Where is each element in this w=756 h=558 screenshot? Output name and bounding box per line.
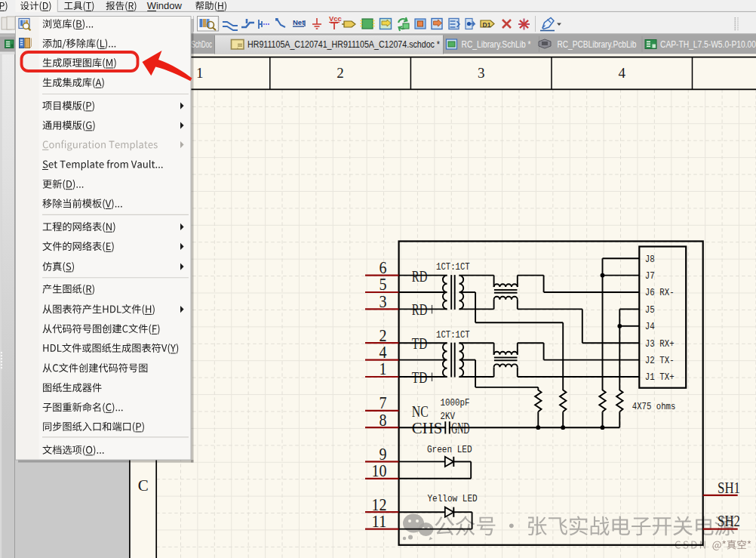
svg-text:5: 5 xyxy=(380,275,387,294)
svg-text:Window: Window xyxy=(147,0,183,11)
svg-text:12: 12 xyxy=(372,495,387,514)
svg-text:Net: Net xyxy=(293,18,305,26)
svg-text:1000pF: 1000pF xyxy=(441,398,470,408)
svg-text:J4: J4 xyxy=(645,322,655,332)
svg-text:D1: D1 xyxy=(483,21,491,29)
svg-text:C: C xyxy=(138,476,149,495)
svg-text:2KV: 2KV xyxy=(441,412,456,422)
svg-text:3: 3 xyxy=(478,65,485,81)
svg-text:J1 TX+: J1 TX+ xyxy=(645,372,675,383)
svg-text:J3 RX+: J3 RX+ xyxy=(645,339,675,350)
svg-text:J5: J5 xyxy=(645,305,655,316)
svg-text:1CT:1CT: 1CT:1CT xyxy=(436,330,470,341)
svg-text:RC_PCBLibrary.PcbLib: RC_PCBLibrary.PcbLib xyxy=(558,39,637,50)
svg-text:9: 9 xyxy=(380,445,387,464)
svg-text:11: 11 xyxy=(372,512,387,531)
svg-text:J7: J7 xyxy=(645,271,655,282)
svg-text:NC: NC xyxy=(412,402,429,421)
svg-text:1CT:1CT: 1CT:1CT xyxy=(436,262,470,273)
svg-text:J2 TX-: J2 TX- xyxy=(645,356,675,366)
svg-text:J6 RX-: J6 RX- xyxy=(645,288,675,298)
svg-text:1: 1 xyxy=(380,359,387,378)
svg-text:HR911105A_C120741_HR911105A_C1: HR911105A_C120741_HR911105A_C12074.schdo… xyxy=(247,39,440,50)
svg-text:4: 4 xyxy=(618,65,625,81)
svg-text:1: 1 xyxy=(196,65,204,81)
svg-text:4X75 ohms: 4X75 ohms xyxy=(632,402,676,412)
svg-text:RC_Library.SchLib *: RC_Library.SchLib * xyxy=(462,39,531,50)
svg-text:4: 4 xyxy=(380,343,387,362)
svg-text:Vcc: Vcc xyxy=(329,14,342,23)
svg-text:SchDoc: SchDoc xyxy=(192,39,213,50)
svg-text:6: 6 xyxy=(380,258,387,277)
svg-text:3: 3 xyxy=(380,292,387,311)
svg-text:SH1: SH1 xyxy=(718,479,740,497)
svg-text:Green LED: Green LED xyxy=(427,445,472,455)
svg-text:Yellow LED: Yellow LED xyxy=(428,494,478,504)
svg-text:CAP-TH_L7.5-W5.0-P10.00: CAP-TH_L7.5-W5.0-P10.00 xyxy=(660,39,756,50)
svg-text:2: 2 xyxy=(337,65,344,81)
svg-text:2: 2 xyxy=(380,326,387,345)
svg-text:8: 8 xyxy=(380,411,387,430)
svg-text:SH2: SH2 xyxy=(718,512,740,530)
svg-text:J8: J8 xyxy=(645,254,655,265)
svg-text:7: 7 xyxy=(380,393,387,412)
svg-text:10: 10 xyxy=(372,461,387,480)
